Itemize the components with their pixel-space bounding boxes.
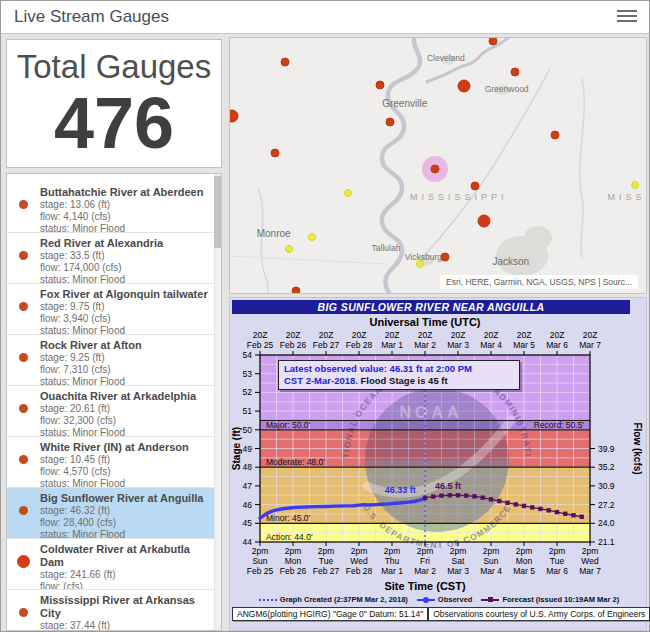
site-date-label: Mar 6 [546,566,568,576]
stage-tick-label: 48 [243,462,253,472]
gauge-status-dot [19,200,28,209]
state-boundary-line [230,256,388,264]
gauge-marker[interactable] [470,181,479,190]
utc-date-label: Mar 3 [447,340,469,350]
gauge-marker-selected[interactable] [431,165,440,174]
gauge-marker[interactable] [416,260,424,268]
stage-tick-label: 49 [243,444,253,454]
site-date-label: Mar 1 [381,566,403,576]
gauge-stage: stage: 13.06 (ft) [40,199,203,211]
flow-tick-label: 27.2 [598,500,615,510]
observations-courtesy-note: Observations courtesy of U.S. Army Corps… [428,607,650,621]
gauge-marker[interactable] [489,37,498,46]
utc-tick-label: 20Z [484,330,499,340]
minor-river-path-west [258,188,268,294]
gauge-name: Mississippi River at Arkansas City [40,590,209,620]
gauge-stage: stage: 9.75 (ft) [40,301,208,313]
site-dow-label: Wed [581,556,599,566]
gauge-marker[interactable] [478,214,491,227]
gauge-status-dot [19,302,28,311]
site-dow-label: Mon [516,556,533,566]
gage-datum-note: ANGM6(plotting HGIRG) "Gage 0" Datum: 51… [232,607,428,621]
gauge-marker[interactable] [457,79,470,92]
forecast-point [489,497,493,501]
gauge-status-dot [19,404,28,413]
forecast-point [497,499,501,503]
gauge-marker[interactable] [270,149,279,158]
stage-tick-label: 45 [243,518,253,528]
gauge-marker[interactable] [308,233,316,241]
gauge-list-item[interactable]: Rock River at Aftonstage: 9.25 (ft)flow:… [7,335,221,386]
noaa-acronym: NOAA [399,404,462,421]
gauge-status-dot [19,455,28,464]
gauge-flow: flow: 4,570 (cfs) [40,466,189,478]
flow-tick-label: 39.9 [598,444,615,454]
gauge-marker[interactable] [631,181,639,189]
site-dow-label: Sat [452,556,465,566]
site-time-label: 2pm [384,546,401,556]
gauge-marker[interactable] [551,131,560,140]
forecast-point [464,493,468,497]
stage-tick-label: 50 [243,425,253,435]
utc-date-label: Feb 27 [313,340,340,350]
gauge-status: status: Minor Flood [40,478,189,488]
legend-graph-created-label: Graph Created (2:37PM Mar 2, 2018) [280,595,408,604]
observed-line-icon [417,599,435,601]
forecast-point [448,493,452,497]
forecast-point [538,507,542,511]
gauge-item-body: Ouachita River at Arkadelphiastage: 20.6… [40,386,196,436]
selected-gauge-halo [422,156,448,182]
gauge-marker[interactable] [344,189,352,197]
site-time-label: 2pm [450,546,467,556]
forecast-point [423,496,427,500]
gauge-marker[interactable] [285,245,293,253]
forecast-point [456,493,460,497]
gauge-list-item[interactable]: Mississippi River at Arkansas Citystage:… [7,590,221,631]
site-time-label: 2pm [318,546,335,556]
gauge-flow: flow: 32,300 (cfs) [40,415,196,427]
flood-threshold-label-action: Action: 44.0' [266,532,313,542]
forecast-point [563,512,567,516]
list-scrollbar[interactable] [214,174,221,630]
gauge-item-body: White River (IN) at Andersonstage: 10.45… [40,437,189,487]
gauge-marker[interactable] [375,80,384,89]
gauge-marker[interactable] [281,57,290,66]
flow-tick-label: 35.2 [598,462,615,472]
site-dow-label: Tue [319,556,334,566]
forecast-line-icon [481,599,499,601]
gauge-marker[interactable] [385,118,394,127]
gauge-list-item[interactable]: Big Sunflower River at Anguillastage: 46… [7,488,221,539]
hydrograph-panel: BIG SUNFLOWER RIVER NEAR ANGUILLA Univer… [229,297,647,631]
gauge-list-item[interactable]: Coldwater River at Arkabutla Damstage: 2… [7,539,221,590]
flow-tick-label: 30.9 [598,481,615,491]
record-label: Record: 50.5' [534,420,585,430]
gauge-list-item[interactable]: Fox River at Algonquin tailwaterstage: 9… [7,284,221,335]
utc-date-label: Feb 26 [280,340,307,350]
gauge-status-dot-column [7,284,40,334]
forecast-point [472,494,476,498]
gauge-marker[interactable] [441,253,450,262]
latest-observed-info-box: Latest observed value: 46.31 ft at 2:00 … [278,360,520,390]
site-time-label: 2pm [351,546,368,556]
gauge-list-item[interactable]: Ouachita River at Arkadelphiastage: 20.6… [7,386,221,437]
gauge-name: White River (IN) at Anderson [40,437,189,454]
gauge-list-item[interactable]: Red River at Alexandriastage: 33.5 (ft)f… [7,233,221,284]
map-city-label: Jackson [492,256,529,267]
map-city-label: Cleveland [427,53,465,63]
chart-footnotes: ANGM6(plotting HGIRG) "Gage 0" Datum: 51… [232,607,626,621]
gauge-marker[interactable] [510,67,519,76]
site-date-label: Mar 5 [513,566,535,576]
gauge-list-item[interactable]: White River (IN) at Andersonstage: 10.45… [7,437,221,488]
list-scrollbar-thumb[interactable] [214,176,221,248]
gauge-name: Ouachita River at Arkadelphia [40,386,196,403]
legend-graph-created: Graph Created (2:37PM Mar 2, 2018) [259,595,408,604]
gauge-name: Buttahatchie River at Aberdeen [40,182,203,199]
map[interactable]: Esri, HERE, Garmin, NGA, USGS, NPS | Sou… [229,37,647,294]
minor-river-path [580,78,585,258]
gauge-marker[interactable] [292,286,301,294]
site-date-label: Mar 3 [447,566,469,576]
gauge-list-item[interactable]: Buttahatchie River at Aberdeenstage: 13.… [7,182,221,233]
gauge-status-dot-column [7,386,40,436]
site-dow-label: Wed [350,556,368,566]
menu-icon[interactable] [617,10,637,25]
